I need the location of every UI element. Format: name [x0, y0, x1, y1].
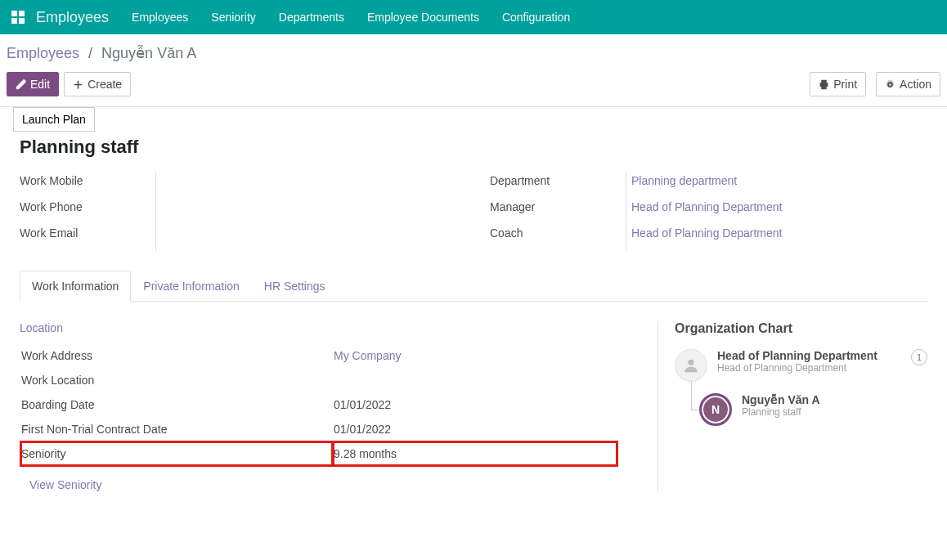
edit-button[interactable]: Edit: [7, 72, 59, 96]
value-work-location: [334, 369, 617, 392]
label-work-location: Work Location: [21, 369, 332, 392]
pencil-icon: [16, 79, 26, 90]
form-sheet: Launch Plan Planning staff Work Mobile W…: [0, 107, 947, 511]
seniority-row: Seniority 9.28 months: [21, 442, 617, 465]
svg-rect-2: [11, 18, 17, 24]
divider: [155, 172, 156, 251]
edit-button-label: Edit: [30, 78, 50, 91]
svg-rect-3: [19, 18, 25, 24]
print-button-label: Print: [833, 78, 857, 91]
label-work-email: Work Email: [20, 225, 150, 240]
breadcrumb-root[interactable]: Employees: [7, 45, 79, 61]
label-manager: Manager: [490, 199, 621, 213]
tab-private-information[interactable]: Private Information: [131, 271, 252, 302]
value-work-email: [161, 225, 457, 226]
action-button[interactable]: Action: [876, 72, 940, 96]
org-current-subtitle: Planning staff: [742, 406, 927, 418]
value-work-address[interactable]: My Company: [334, 344, 617, 367]
org-manager-subtitle: Head of Planning Department: [717, 362, 901, 374]
label-work-address: Work Address: [21, 344, 332, 367]
value-boarding-date: 01/01/2022: [334, 393, 617, 416]
create-button[interactable]: Create: [64, 72, 131, 96]
apps-icon[interactable]: [10, 9, 26, 25]
app-title[interactable]: Employees: [36, 9, 109, 26]
value-coach[interactable]: Head of Planning Department: [631, 225, 927, 240]
tab-work-information[interactable]: Work Information: [20, 271, 131, 302]
org-manager-count[interactable]: 1: [911, 349, 927, 365]
label-department: Department: [490, 172, 621, 187]
nav-configuration[interactable]: Configuration: [502, 11, 570, 24]
control-panel: Employees / Nguyễn Văn A Edit Create Pri…: [0, 34, 947, 107]
nav-seniority[interactable]: Seniority: [211, 11, 255, 24]
value-work-mobile: [161, 172, 457, 174]
top-navbar: Employees Employees Seniority Department…: [0, 0, 947, 34]
org-current-name: Nguyễn Văn A: [742, 393, 927, 406]
nav-employees[interactable]: Employees: [132, 11, 188, 24]
breadcrumb: Employees / Nguyễn Văn A: [7, 44, 940, 62]
tabs: Work Information Private Information HR …: [20, 271, 927, 302]
avatar-placeholder-icon: [675, 349, 707, 382]
print-button[interactable]: Print: [810, 72, 866, 96]
avatar-letter: N: [699, 393, 732, 426]
location-table: Work Address My Company Work Location Bo…: [20, 343, 618, 467]
label-work-phone: Work Phone: [20, 199, 150, 213]
divider: [626, 172, 626, 251]
value-work-phone: [161, 199, 457, 200]
org-node-current[interactable]: N Nguyễn Văn A Planning staff: [699, 393, 927, 426]
label-first-contract-date: First Non-Trial Contract Date: [21, 418, 332, 441]
view-seniority-link[interactable]: View Seniority: [20, 478, 101, 491]
value-seniority: 9.28 months: [334, 442, 617, 465]
label-seniority: Seniority: [21, 442, 332, 465]
org-chart-title: Organization Chart: [675, 321, 927, 336]
nav-departments[interactable]: Departments: [279, 11, 344, 24]
label-boarding-date: Boarding Date: [21, 393, 332, 416]
plus-icon: [73, 79, 83, 90]
launch-plan-button[interactable]: Launch Plan: [13, 107, 95, 132]
gear-icon: [885, 79, 895, 90]
value-department[interactable]: Planning department: [631, 172, 927, 187]
svg-rect-0: [11, 11, 17, 16]
breadcrumb-current: Nguyễn Văn A: [101, 45, 196, 61]
action-button-label: Action: [900, 78, 931, 91]
record-title: Planning staff: [20, 137, 927, 158]
svg-rect-1: [19, 11, 25, 16]
value-manager[interactable]: Head of Planning Department: [631, 199, 927, 213]
svg-point-4: [688, 360, 693, 365]
nav-employee-documents[interactable]: Employee Documents: [367, 11, 479, 24]
label-coach: Coach: [490, 225, 621, 240]
section-location-title: Location: [20, 321, 618, 334]
tab-hr-settings[interactable]: HR Settings: [252, 271, 338, 302]
org-node-manager[interactable]: Head of Planning Department Head of Plan…: [675, 349, 927, 382]
breadcrumb-separator: /: [88, 45, 92, 61]
label-work-mobile: Work Mobile: [20, 172, 150, 187]
print-icon: [819, 79, 829, 90]
org-manager-name: Head of Planning Department: [717, 349, 901, 362]
create-button-label: Create: [88, 78, 122, 91]
value-first-contract-date: 01/01/2022: [334, 418, 617, 441]
